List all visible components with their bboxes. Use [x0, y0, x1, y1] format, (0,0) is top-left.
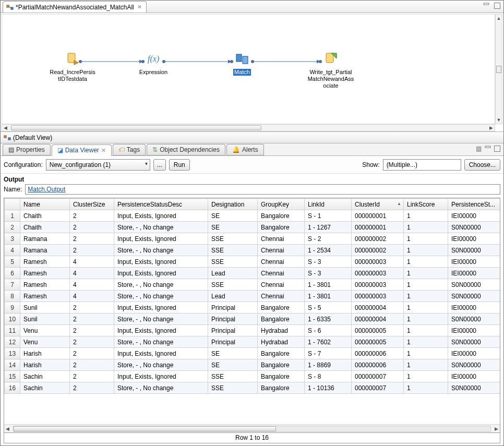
row-number[interactable]: 7	[5, 279, 20, 291]
scroll-left-icon[interactable]: ◀	[4, 426, 11, 431]
editor-tab-active[interactable]: *PartialMatchNewandAssociated_MatchAll ✕	[3, 1, 147, 13]
cell[interactable]: Bangalore	[258, 371, 305, 382]
cell[interactable]: Principal	[208, 336, 258, 348]
column-header[interactable]: Designation	[208, 199, 258, 210]
cell[interactable]: SSE	[208, 256, 258, 268]
row-number[interactable]: 16	[5, 382, 20, 394]
cell[interactable]: S - 7	[305, 348, 352, 359]
table-row[interactable]: 14Harish2Store, - , No changeSEBangalore…	[5, 359, 500, 371]
cell[interactable]: S - 8	[305, 371, 352, 382]
panel-menu-icon[interactable]: ▥	[476, 145, 482, 152]
cell[interactable]: 2	[70, 245, 114, 256]
cell[interactable]: 1	[404, 314, 448, 325]
cell[interactable]: 1	[404, 348, 448, 359]
tab-properties[interactable]: ▤ Properties	[3, 144, 51, 155]
cell[interactable]: Input, Exists, Ignored	[114, 268, 208, 279]
cell[interactable]: SE	[208, 210, 258, 222]
cell[interactable]: 1	[404, 336, 448, 348]
row-number[interactable]: 2	[5, 222, 20, 233]
configuration-select[interactable]: New_configuration (1)	[46, 159, 150, 171]
row-number[interactable]: 3	[5, 233, 20, 245]
cell[interactable]: 000000002	[352, 233, 404, 245]
canvas-hscroll[interactable]: ◀ ▶	[2, 124, 495, 131]
cell[interactable]: Ramesh	[20, 256, 70, 268]
cell[interactable]: 000000003	[352, 279, 404, 291]
table-row[interactable]: 9Sunil2Input, Exists, IgnoredPrincipalBa…	[5, 302, 500, 314]
output-name-link[interactable]: Match.Output	[28, 186, 65, 193]
choose-button[interactable]: Choose...	[464, 159, 500, 171]
cell[interactable]: 2	[70, 302, 114, 314]
cell[interactable]: IEI00000	[448, 268, 500, 279]
cell[interactable]: 000000001	[352, 210, 404, 222]
cell[interactable]: Input, Exists, Ignored	[114, 256, 208, 268]
cell[interactable]: S0N00000	[448, 314, 500, 325]
cell[interactable]: 1	[404, 245, 448, 256]
cell[interactable]: SE	[208, 348, 258, 359]
row-number[interactable]: 12	[5, 336, 20, 348]
cell[interactable]: 2	[70, 348, 114, 359]
cell[interactable]: 1	[404, 268, 448, 279]
output-name-field[interactable]: Match.Output	[25, 184, 500, 195]
cell[interactable]: 000000005	[352, 336, 404, 348]
node-expression[interactable]: f(x) Expression	[130, 51, 177, 76]
tab-data-viewer[interactable]: ◪ Data Viewer ✕	[52, 144, 112, 156]
cell[interactable]: 1	[404, 371, 448, 382]
tab-object-dependencies[interactable]: ⇅ Object Dependencies	[147, 144, 225, 155]
cell[interactable]: 2	[70, 210, 114, 222]
cell[interactable]: Input, Exists, Ignored	[114, 348, 208, 359]
cell[interactable]: Chennai	[258, 279, 305, 291]
cell[interactable]: Harish	[20, 348, 70, 359]
cell[interactable]: 1	[404, 210, 448, 222]
cell[interactable]: Store, - , No change	[114, 359, 208, 371]
row-number[interactable]: 10	[5, 314, 20, 325]
cell[interactable]: 1 - 3801	[305, 279, 352, 291]
cell[interactable]: SSE	[208, 233, 258, 245]
cell[interactable]: Venu	[20, 325, 70, 336]
scroll-left-icon[interactable]: ◀	[2, 125, 9, 130]
cell[interactable]: 1	[404, 233, 448, 245]
cell[interactable]: IEI00000	[448, 233, 500, 245]
cell[interactable]: Store, - , No change	[114, 382, 208, 394]
cell[interactable]: Input, Exists, Ignored	[114, 210, 208, 222]
show-filter-field[interactable]: (Multiple...)	[383, 159, 461, 171]
cell[interactable]: 1 - 6335	[305, 314, 352, 325]
cell[interactable]: Chennai	[258, 291, 305, 302]
cell[interactable]: SE	[208, 222, 258, 233]
cell[interactable]: Store, - , No change	[114, 336, 208, 348]
cell[interactable]: 2	[70, 325, 114, 336]
cell[interactable]: IEI00000	[448, 256, 500, 268]
cell[interactable]: S0N00000	[448, 359, 500, 371]
table-row[interactable]: 1Chaith2Input, Exists, IgnoredSEBangalor…	[5, 210, 500, 222]
cell[interactable]: Sunil	[20, 314, 70, 325]
cell[interactable]: 2	[70, 371, 114, 382]
cell[interactable]: Hydrabad	[258, 336, 305, 348]
cell[interactable]: 000000004	[352, 314, 404, 325]
cell[interactable]: 000000004	[352, 302, 404, 314]
cell[interactable]: SE	[208, 359, 258, 371]
cell[interactable]: 2	[70, 359, 114, 371]
cell[interactable]: IEI00000	[448, 325, 500, 336]
tab-alerts[interactable]: 🔔 Alerts	[226, 144, 264, 155]
cell[interactable]: Store, - , No change	[114, 314, 208, 325]
node-match[interactable]: Match	[219, 51, 266, 76]
cell[interactable]: Principal	[208, 314, 258, 325]
column-header[interactable]: Name	[20, 199, 70, 210]
cell[interactable]: 1 - 3801	[305, 291, 352, 302]
maximize-icon[interactable]	[494, 2, 500, 9]
cell[interactable]: 1 - 8869	[305, 359, 352, 371]
mapping-canvas[interactable]: Read_IncrePersistIDTestdata f(x) Express…	[2, 14, 495, 124]
cell[interactable]: 1	[404, 325, 448, 336]
cell[interactable]: Chennai	[258, 268, 305, 279]
cell[interactable]: 000000006	[352, 348, 404, 359]
row-number[interactable]: 8	[5, 291, 20, 302]
row-number[interactable]: 11	[5, 325, 20, 336]
cell[interactable]: Input, Exists, Ignored	[114, 325, 208, 336]
cell[interactable]: 000000007	[352, 371, 404, 382]
cell[interactable]: 000000005	[352, 325, 404, 336]
cell[interactable]: 2	[70, 233, 114, 245]
cell[interactable]: S0N00000	[448, 279, 500, 291]
table-row[interactable]: 10Sunil2Store, - , No changePrincipalBan…	[5, 314, 500, 325]
cell[interactable]: 4	[70, 256, 114, 268]
cell[interactable]: SSE	[208, 382, 258, 394]
results-grid[interactable]: NameClusterSizePersistenceStatusDescDesi…	[4, 198, 500, 394]
